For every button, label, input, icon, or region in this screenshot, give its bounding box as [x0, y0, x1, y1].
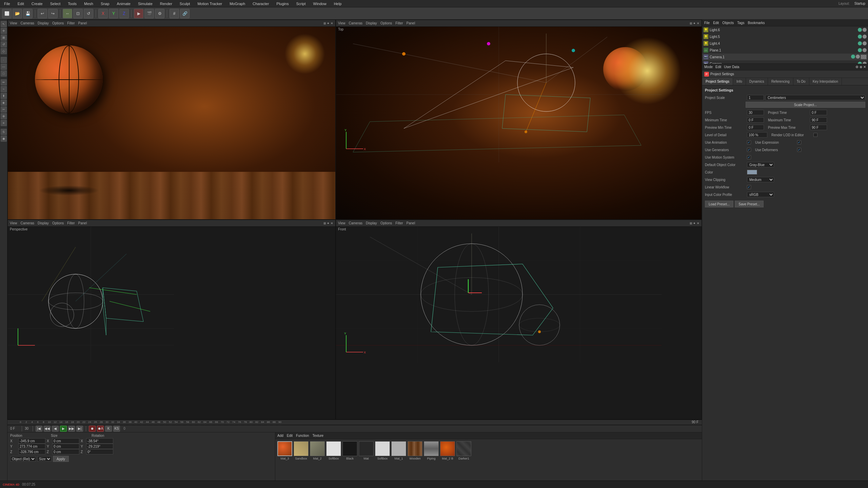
- y-axis-btn[interactable]: Y: [109, 9, 118, 18]
- light5-vis[interactable]: [858, 35, 862, 39]
- menu-plugins[interactable]: Plugins: [275, 1, 290, 6]
- vp-view-menu[interactable]: View: [10, 21, 17, 25]
- min-time-input[interactable]: [747, 117, 764, 123]
- record-btn[interactable]: ⏺: [89, 426, 96, 432]
- render-preview-btn[interactable]: ▶: [134, 9, 143, 18]
- play-back-btn[interactable]: ◀: [52, 426, 59, 432]
- persp-cameras-menu[interactable]: Cameras: [21, 221, 35, 225]
- material-black[interactable]: Black: [342, 441, 357, 479]
- props-mode[interactable]: Mode: [704, 65, 713, 69]
- persp-filter-menu[interactable]: Filter: [67, 221, 75, 225]
- persp-panel-menu[interactable]: Panel: [78, 221, 87, 225]
- max-time-input[interactable]: [810, 117, 827, 123]
- vp-cameras-menu[interactable]: Cameras: [21, 21, 35, 25]
- material-darker1[interactable]: Darker1: [456, 441, 471, 479]
- obj-color-select[interactable]: Gray-Blue: [747, 162, 774, 167]
- obj-tags[interactable]: Tags: [737, 21, 744, 25]
- auto-key-btn[interactable]: ⏺A: [97, 426, 104, 432]
- menu-render[interactable]: Render: [159, 1, 174, 6]
- obj-file[interactable]: File: [704, 21, 710, 25]
- front-options-menu[interactable]: Options: [380, 221, 392, 225]
- menu-file[interactable]: File: [3, 1, 12, 6]
- magnet-tool[interactable]: S: [1, 129, 7, 135]
- poly-tool[interactable]: ◇: [1, 48, 7, 54]
- poly-mode[interactable]: □: [1, 70, 7, 77]
- paint-tool[interactable]: ✏: [1, 79, 7, 85]
- mat-function[interactable]: Function: [296, 434, 309, 438]
- vp-display-menu[interactable]: Display: [38, 21, 49, 25]
- obj-light6[interactable]: 💡 Light.6: [702, 26, 868, 33]
- menu-simulate[interactable]: Simulate: [137, 1, 154, 6]
- coord-size-select[interactable]: Size: [37, 456, 52, 462]
- coord-z-rot[interactable]: [86, 449, 113, 454]
- use-motion-check[interactable]: ✓: [747, 155, 751, 159]
- move-tool[interactable]: ✛: [1, 28, 7, 34]
- menu-script[interactable]: Script: [295, 1, 307, 6]
- top-filter-menu[interactable]: Filter: [395, 21, 403, 25]
- point-mode[interactable]: ·: [1, 57, 7, 63]
- coord-y-rot[interactable]: [86, 444, 113, 449]
- light6-vis[interactable]: [858, 28, 862, 32]
- coord-z-size[interactable]: [52, 449, 79, 454]
- front-panel-menu[interactable]: Panel: [407, 221, 415, 225]
- x-axis-btn[interactable]: X: [98, 9, 108, 18]
- material-piping[interactable]: Piping: [424, 441, 439, 479]
- tab-info[interactable]: Info: [733, 78, 746, 85]
- select-tool[interactable]: ↖: [1, 21, 7, 27]
- menu-motion-tracker[interactable]: Motion Tracker: [196, 1, 223, 6]
- loop-tool[interactable]: ⊕: [1, 113, 7, 119]
- tab-todo[interactable]: To Do: [793, 78, 809, 85]
- coord-x-pos[interactable]: [18, 438, 45, 444]
- persp-view-menu[interactable]: View: [10, 221, 17, 225]
- plane1-render[interactable]: [863, 48, 867, 52]
- obj-light5[interactable]: 💡 Light.5: [702, 33, 868, 40]
- mat-add[interactable]: Add: [277, 434, 283, 438]
- play-forward-btn[interactable]: ▶▶: [68, 426, 75, 432]
- save-preset-btn[interactable]: Save Preset...: [735, 201, 764, 207]
- coord-x-rot[interactable]: [86, 438, 113, 444]
- front-display-menu[interactable]: Display: [366, 221, 377, 225]
- light4-vis[interactable]: [858, 41, 862, 45]
- top-viewport[interactable]: View Cameras Display Options Filter Pane…: [336, 20, 702, 220]
- render-lod-check[interactable]: [813, 133, 817, 137]
- linear-wf-check[interactable]: ✓: [747, 185, 751, 189]
- project-scale-unit[interactable]: Centimeters: [765, 95, 865, 100]
- menu-character[interactable]: Character: [251, 1, 270, 6]
- menu-select[interactable]: Select: [49, 1, 62, 6]
- grid-btn[interactable]: #: [170, 9, 179, 18]
- menu-mograph[interactable]: MoGraph: [228, 1, 246, 6]
- use-gen-check[interactable]: ✓: [747, 148, 751, 152]
- prev-min-input[interactable]: [747, 125, 764, 130]
- tab-referencing[interactable]: Referencing: [768, 78, 793, 85]
- front-view-menu[interactable]: View: [338, 221, 346, 225]
- key-sel-btn[interactable]: KS: [113, 426, 120, 432]
- menu-window[interactable]: Window: [312, 1, 328, 6]
- spline-tool[interactable]: ~: [1, 86, 7, 92]
- lod-input[interactable]: [747, 132, 767, 138]
- apply-button[interactable]: Apply: [53, 456, 69, 462]
- menu-sculpt[interactable]: Sculpt: [178, 1, 192, 6]
- use-expr-check[interactable]: ✓: [797, 140, 801, 144]
- undo-btn[interactable]: ↩: [38, 9, 47, 18]
- top-display-menu[interactable]: Display: [366, 21, 377, 25]
- light6-render[interactable]: [863, 28, 867, 32]
- material-mat1[interactable]: Mat_1: [391, 441, 406, 479]
- input-color-select[interactable]: sRGB: [747, 192, 774, 197]
- tab-dynamics[interactable]: Dynamics: [746, 78, 768, 85]
- vp-filter-menu[interactable]: Filter: [67, 21, 75, 25]
- light5-render[interactable]: [863, 35, 867, 39]
- material-softbox-w[interactable]: Softbox: [326, 441, 341, 479]
- redo-btn[interactable]: ↪: [48, 9, 58, 18]
- coord-ref-select[interactable]: Object (Rel): [10, 456, 36, 462]
- front-viewport[interactable]: View Cameras Display Options Filter Pane…: [336, 220, 702, 420]
- top-view-menu[interactable]: View: [338, 21, 346, 25]
- snap-btn[interactable]: 🔗: [180, 9, 190, 18]
- material-mat2b[interactable]: Mat_2 B: [440, 441, 455, 479]
- layout-value[interactable]: Startup: [854, 2, 865, 5]
- material-mat-dark[interactable]: Mat: [359, 441, 374, 479]
- menu-create[interactable]: Create: [30, 1, 44, 6]
- obj-bookmarks[interactable]: Bookmarks: [748, 21, 765, 25]
- z-axis-btn[interactable]: Z: [119, 9, 129, 18]
- menu-edit[interactable]: Edit: [16, 1, 25, 6]
- save-btn[interactable]: 💾: [23, 9, 33, 18]
